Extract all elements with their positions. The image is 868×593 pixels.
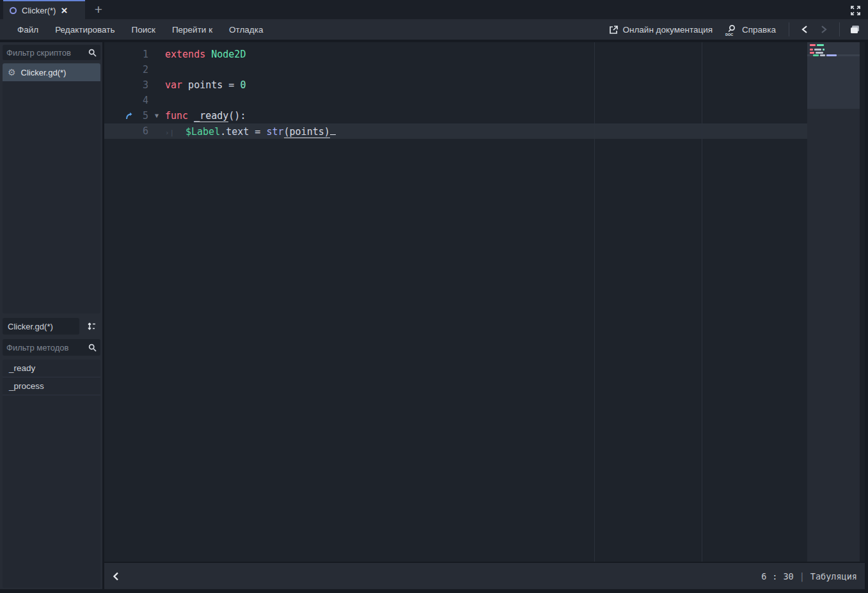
menu-bar: ФайлРедактироватьПоискПерейти кОтладка О…: [0, 19, 868, 41]
history-back-button[interactable]: [797, 22, 812, 37]
fold-gutter: [148, 123, 165, 139]
vertical-scrollbar[interactable]: [860, 42, 865, 562]
godot-script-editor-window: Clicker(*) × + ФайлРедактироватьПоискПер…: [0, 0, 868, 593]
add-tab-button[interactable]: +: [90, 1, 107, 18]
filter-scripts-input[interactable]: Фильтр скриптов: [3, 45, 100, 60]
script-item[interactable]: ⚙ Clicker.gd(*): [3, 63, 100, 81]
online-docs-label: Онлайн документация: [623, 25, 713, 35]
fold-gutter: [148, 47, 165, 62]
gutter-marks[interactable]: [104, 77, 136, 93]
minimap-line: [807, 49, 825, 51]
expand-arrows-icon: [850, 5, 861, 16]
code-text[interactable]: func _ready():: [165, 108, 807, 123]
distraction-free-button[interactable]: [848, 3, 862, 17]
chevron-left-icon: [801, 25, 809, 34]
method-item-_process[interactable]: _process: [3, 377, 100, 395]
external-link-icon: [609, 25, 619, 35]
fold-gutter: [148, 77, 165, 93]
search-docs-icon: DOC: [727, 24, 738, 35]
line-number: 6: [136, 123, 148, 139]
fold-gutter: [148, 93, 165, 108]
search-icon: [88, 49, 97, 57]
current-script-dropdown[interactable]: Clicker.gd(*): [3, 318, 79, 335]
menu-edit[interactable]: Редактировать: [47, 21, 123, 38]
text-caret: [330, 123, 336, 135]
method-item-_ready[interactable]: _ready: [3, 360, 100, 377]
gutter-marks[interactable]: [104, 93, 136, 108]
line-number: 3: [136, 77, 148, 93]
status-column: 30: [783, 571, 793, 581]
status-line: 6: [761, 571, 766, 581]
minimap-line: [807, 52, 823, 54]
line-length-guide-80: [594, 42, 595, 562]
status-bar: 6 : 30 | Табуляция: [104, 563, 865, 589]
filter-methods-placeholder: Фильтр методов: [6, 343, 88, 352]
fold-gutter: [148, 62, 165, 77]
menu-file[interactable]: Файл: [9, 21, 47, 38]
methods-list: _ready_process: [3, 360, 100, 588]
toggle-scripts-panel-button[interactable]: [112, 571, 120, 581]
code-text[interactable]: extends Node2D: [165, 47, 807, 62]
filter-methods-input[interactable]: Фильтр методов: [3, 339, 100, 356]
search-icon: [88, 344, 97, 352]
separator: [839, 22, 840, 36]
code-editor[interactable]: 1 extends Node2D 2 3 var points = 0 4 5 …: [104, 42, 865, 562]
scene-icon: [10, 7, 17, 14]
code-text[interactable]: [165, 62, 807, 77]
status-pipe: |: [800, 571, 805, 581]
chevron-right-icon: [820, 25, 828, 34]
gdscript-gear-icon: ⚙: [8, 68, 16, 77]
filter-scripts-placeholder: Фильтр скриптов: [6, 48, 88, 58]
fold-arrow-icon: ▼: [155, 108, 159, 123]
menu-debug[interactable]: Отладка: [221, 21, 271, 38]
line-length-guide-100: [702, 42, 702, 562]
history-forward-button[interactable]: [816, 22, 832, 37]
code-text[interactable]: [165, 93, 807, 108]
help-button[interactable]: DOC Справка: [722, 21, 781, 38]
menu-goto[interactable]: Перейти к: [164, 21, 221, 38]
online-docs-button[interactable]: Онлайн документация: [604, 22, 718, 38]
menu-items: ФайлРедактироватьПоискПерейти кОтладка: [0, 21, 271, 38]
line-number: 2: [136, 62, 148, 77]
caret-position: 6 : 30 | Табуляция: [761, 571, 857, 581]
scene-tab-label: Clicker(*): [22, 6, 56, 15]
sort-icon: [86, 321, 97, 331]
close-tab-icon[interactable]: ×: [61, 5, 67, 16]
scene-tab-bar: Clicker(*) × +: [0, 0, 868, 19]
gutter-marks[interactable]: [104, 62, 136, 77]
scripts-list: ⚙ Clicker.gd(*): [3, 63, 100, 313]
make-floating-button[interactable]: [848, 22, 863, 37]
line-number: 5: [136, 108, 148, 123]
sort-methods-button[interactable]: [83, 318, 100, 335]
code-text[interactable]: var points = 0: [165, 77, 807, 93]
gutter-marks[interactable]: [104, 108, 136, 123]
minimap[interactable]: [807, 42, 860, 562]
floating-window-icon: [849, 24, 861, 35]
status-colon: :: [772, 571, 777, 581]
scripts-sidebar: Фильтр скриптов ⚙ Clicker.gd(*) Clicker.…: [0, 42, 102, 589]
tab-draw-mark: ›|: [165, 125, 185, 141]
line-number: 4: [136, 93, 148, 108]
current-script-label: Clicker.gd(*): [8, 322, 53, 331]
menu-search[interactable]: Поиск: [123, 21, 163, 38]
code-text[interactable]: ›|$Label.text = str(points): [165, 123, 807, 139]
gutter-marks[interactable]: [104, 123, 136, 139]
minimap-line: [807, 54, 860, 56]
fold-gutter[interactable]: ▼: [148, 108, 165, 123]
scene-tab-clicker[interactable]: Clicker(*) ×: [3, 0, 85, 19]
line-number: 1: [136, 47, 148, 62]
help-label: Справка: [742, 25, 776, 35]
separator: [789, 22, 789, 36]
gutter-marks[interactable]: [104, 47, 136, 62]
menu-bar-right: Онлайн документация DOC Справка: [604, 21, 868, 38]
status-indent-type[interactable]: Табуляция: [810, 571, 857, 581]
minimap-line: [807, 44, 824, 46]
connection-slot-icon: [125, 111, 134, 121]
script-item-label: Clicker.gd(*): [21, 68, 67, 77]
